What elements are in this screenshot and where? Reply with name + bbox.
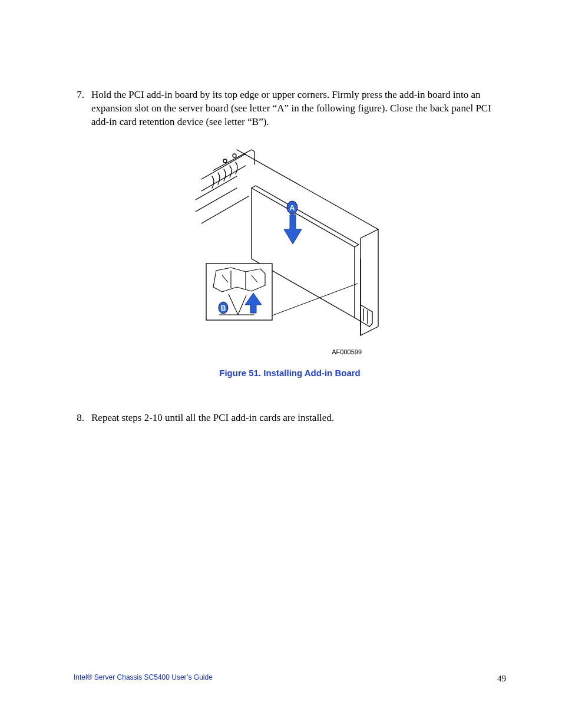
figure-caption: Figure 51. Installing Add-in Board (74, 367, 506, 379)
step-number: 8. (74, 411, 91, 425)
figure-51: A (74, 147, 506, 379)
step-text: Hold the PCI add-in board by its top edg… (91, 88, 506, 129)
footer-title: Intel® Server Chassis SC5400 User’s Guid… (74, 673, 213, 684)
callout-b: B (219, 302, 228, 314)
svg-text:B: B (221, 304, 226, 312)
arrow-a (284, 215, 302, 244)
page-footer: Intel® Server Chassis SC5400 User’s Guid… (74, 673, 506, 684)
step-7: 7. Hold the PCI add-in board by its top … (74, 88, 506, 129)
svg-text:A: A (289, 203, 295, 212)
callout-a: A (287, 201, 297, 214)
step-8: 8. Repeat steps 2-10 until all the PCI a… (74, 411, 506, 425)
svg-point-1 (233, 154, 236, 157)
svg-point-0 (223, 159, 227, 163)
page-number: 49 (497, 673, 506, 684)
step-text: Repeat steps 2-10 until all the PCI add-… (91, 411, 506, 425)
inset-box: B (206, 263, 272, 320)
figure-reference: AF000599 (74, 348, 506, 357)
figure-illustration: A (196, 147, 384, 341)
step-number: 7. (74, 88, 91, 129)
